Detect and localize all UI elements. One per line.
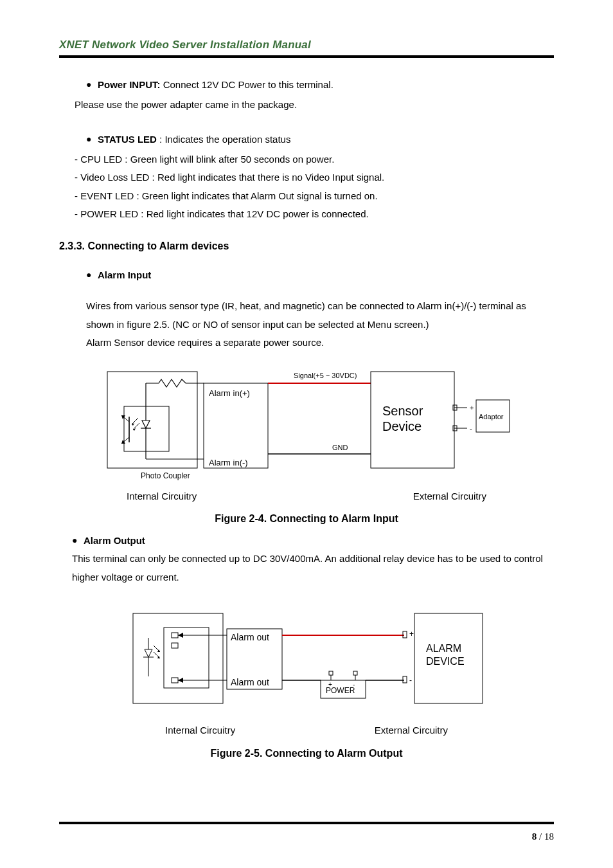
bullet-dot-icon: ● [86, 76, 98, 95]
svg-marker-32 [145, 649, 152, 657]
svg-rect-29 [133, 613, 223, 703]
sensor-label-2: Device [382, 419, 422, 433]
section-heading-233: 2.3.3. Connecting to Alarm devices [59, 237, 554, 256]
svg-rect-44 [172, 678, 178, 683]
power-minus: - [353, 681, 355, 688]
bullet-dot-icon: ● [86, 131, 98, 149]
fig24-external-label: External Circuitry [413, 487, 486, 506]
fig24-internal-label: Internal Circuitry [127, 487, 197, 506]
power-input-label: Power INPUT: [98, 79, 161, 90]
status-item: - POWER LED : Red light indicates that 1… [75, 205, 554, 224]
figure-2-4-caption: Figure 2-4. Connecting to Alarm Input [59, 509, 554, 529]
alarm-dev-minus: - [409, 676, 412, 685]
power-input-desc: Connect 12V DC Power to this terminal. [161, 79, 333, 90]
svg-marker-41 [178, 633, 183, 638]
page-total: 18 [544, 831, 554, 842]
alarm-output-label: Alarm Output [84, 535, 145, 546]
gnd-label: GND [332, 444, 348, 451]
status-led-label: STATUS LED [98, 134, 157, 145]
adaptor-plus: + [470, 404, 474, 411]
footer-rule [59, 822, 554, 824]
power-input-note: Please use the power adapter came in the… [75, 96, 554, 114]
svg-marker-4 [142, 420, 150, 428]
alarm-out-label-bot: Alarm out [231, 677, 269, 687]
figure-2-5: Alarm out Alarm out + POWER + - [59, 604, 554, 720]
page-number: 8 / 18 [532, 831, 554, 842]
page-header-title: XNET Network Video Server Installation M… [59, 39, 554, 51]
svg-rect-40 [172, 633, 178, 638]
fig25-internal-label: Internal Circuitry [165, 721, 235, 740]
svg-line-7 [132, 418, 138, 424]
svg-rect-56 [329, 671, 333, 675]
svg-marker-13 [121, 415, 125, 419]
adaptor-minus: - [470, 424, 472, 432]
bullet-dot-icon: ● [72, 532, 84, 550]
fig25-external-label: External Circuitry [375, 721, 448, 740]
alarm-input-label: Alarm Input [98, 269, 151, 280]
header-rule [59, 55, 554, 58]
bullet-alarm-input: ● Alarm Input [86, 266, 554, 285]
alarm-in-plus-label: Alarm in(+) [209, 388, 250, 398]
power-plus: + [328, 681, 332, 688]
alarm-input-paragraph: Wires from various sensor type (IR, heat… [86, 297, 554, 334]
page-sep: / [537, 831, 544, 842]
alarm-input-paragraph2: Alarm Sensor device requires a separate … [86, 334, 554, 352]
status-item: - Video Loss LED : Red light indicates t… [75, 168, 554, 187]
photo-coupler-label: Photo Coupler [141, 471, 190, 480]
alarm-device-label-2: DEVICE [426, 656, 465, 667]
svg-rect-30 [164, 628, 209, 688]
alarm-output-paragraph: This terminal can only be connected up t… [72, 550, 554, 586]
alarm-out-label-top: Alarm out [231, 632, 269, 642]
svg-rect-58 [353, 671, 357, 675]
figure-2-4: Photo Coupler Alarm in(+) Alarm in(-) Si… [59, 364, 554, 486]
svg-rect-1 [124, 406, 169, 451]
figure-2-5-caption: Figure 2-5. Connecting to Alarm Output [59, 744, 554, 763]
status-item: - EVENT LED : Green light indicates that… [75, 187, 554, 206]
svg-rect-60 [403, 676, 407, 683]
svg-marker-45 [178, 678, 183, 683]
alarm-in-minus-label: Alarm in(-) [209, 458, 248, 467]
bullet-dot-icon: ● [86, 266, 98, 285]
signal-label: Signal(+5 ~ 30VDC) [294, 372, 357, 379]
bullet-power-input: ● Power INPUT: Connect 12V DC Power to t… [86, 76, 554, 95]
svg-marker-15 [121, 440, 125, 444]
svg-line-9 [133, 423, 139, 429]
adaptor-label: Adaptor [479, 413, 504, 420]
status-item: - CPU LED : Green light will blink after… [75, 150, 554, 169]
status-led-desc: : Indicates the operation status [157, 134, 290, 145]
svg-rect-42 [172, 643, 178, 648]
alarm-dev-plus: + [409, 629, 414, 638]
sensor-label-1: Sensor [382, 404, 423, 418]
bullet-status-led: ● STATUS LED : Indicates the operation s… [86, 131, 554, 149]
alarm-device-label-1: ALARM [426, 643, 461, 654]
svg-rect-0 [107, 372, 197, 468]
bullet-alarm-output: ● Alarm Output [72, 532, 554, 550]
